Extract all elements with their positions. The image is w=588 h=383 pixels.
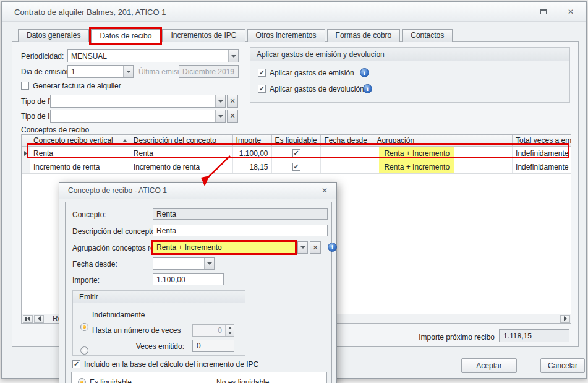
- dia-emision-combo[interactable]: 1: [67, 65, 134, 78]
- no-es-liquidable-label: No es liquidable: [216, 378, 269, 383]
- clear-x-icon: ✕: [229, 97, 235, 105]
- tipo-irpf-combo[interactable]: [50, 110, 226, 123]
- hasta-numero-spinner[interactable]: 0: [192, 324, 234, 337]
- modal-importe-value: 1.100,00: [156, 275, 185, 284]
- close-window-button[interactable]: ✕: [565, 7, 576, 16]
- tab-incrementos-de-ipc[interactable]: Incrementos de IPC: [162, 29, 245, 42]
- column-header-agrupacion[interactable]: Agrupación: [373, 135, 513, 146]
- cell-total-veces[interactable]: Indefinidamente: [513, 160, 571, 173]
- cell-importe[interactable]: 1.100,00: [233, 147, 272, 160]
- dia-emision-dropdown-button[interactable]: [123, 66, 133, 77]
- column-header-fecha-desde[interactable]: Fecha desde: [321, 135, 373, 146]
- es-liquidable-radio[interactable]: [78, 378, 86, 383]
- restore-window-button[interactable]: [538, 7, 549, 16]
- cell-concepto[interactable]: Renta: [30, 147, 130, 160]
- devolucion-info-icon[interactable]: i: [363, 84, 372, 93]
- concepto-value: Renta: [156, 210, 176, 218]
- cancelar-button[interactable]: Cancelar: [540, 358, 585, 373]
- tipo-iva-combo[interactable]: [50, 95, 226, 108]
- screen: Contrato de alquiler Balmes, 201, ATICO …: [0, 0, 588, 383]
- cell-descripcion[interactable]: Renta: [130, 147, 233, 160]
- cell-total-veces[interactable]: Indefinidamente: [513, 147, 571, 160]
- agrupacion-info-icon[interactable]: i: [328, 243, 337, 252]
- aplicar-gastos-emision-label: Aplicar gastos de emisión: [270, 69, 354, 77]
- cell-fecha-desde[interactable]: [321, 147, 373, 160]
- importe-proximo-value: 1.118,15: [503, 332, 532, 340]
- emision-info-icon[interactable]: i: [360, 68, 369, 77]
- concepto-label: Concepto:: [72, 210, 106, 219]
- modal-importe-label: Importe:: [72, 276, 100, 285]
- descripcion-field[interactable]: Renta: [153, 225, 328, 236]
- indefinidamente-label: Indefinidamente: [92, 311, 145, 319]
- generar-factura-checkbox[interactable]: [21, 82, 29, 90]
- table-row-renta[interactable]: Renta Renta 1.100,00 Renta + Incremento …: [22, 147, 571, 160]
- modal-body: Concepto: Renta Descripción del concepto…: [65, 202, 332, 383]
- tab-datos-de-recibo[interactable]: Datos de recibo: [91, 29, 160, 43]
- cell-es-liquidable[interactable]: [272, 160, 322, 173]
- modal-fecha-desde-label: Fecha desde:: [72, 260, 117, 269]
- column-header-es-liquidable[interactable]: Es liquidable: [272, 135, 322, 146]
- agrupacion-clear-button[interactable]: ✕: [310, 241, 321, 254]
- periodicidad-label: Periodicidad:: [21, 52, 64, 61]
- hasta-numero-label: Hasta un número de veces: [92, 326, 181, 335]
- row-indicator-cell: [22, 160, 30, 173]
- cell-agrupacion[interactable]: Renta + Incremento: [373, 147, 513, 160]
- clear-x-icon: ✕: [229, 112, 235, 120]
- agrupacion-dropdown-button[interactable]: [297, 241, 308, 254]
- modal-fecha-desde-combo[interactable]: [153, 257, 215, 270]
- tab-formas-de-cobro[interactable]: Formas de cobro: [327, 29, 401, 42]
- aceptar-button[interactable]: Aceptar: [461, 358, 517, 373]
- modal-importe-field[interactable]: 1.100,00: [153, 273, 224, 285]
- chevron-down-icon: [231, 55, 236, 58]
- tab-contactos[interactable]: Contactos: [402, 29, 453, 42]
- tipo-iva-dropdown-button[interactable]: [215, 95, 225, 107]
- aplicar-gastos-emision-checkbox[interactable]: [258, 69, 266, 77]
- descripcion-label: Descripción del concepto:: [72, 227, 157, 236]
- fecha-desde-dropdown-button[interactable]: [204, 258, 214, 269]
- main-titlebar[interactable]: Contrato de alquiler Balmes, 201, ATICO …: [2, 2, 586, 22]
- cell-concepto[interactable]: Incremento de renta: [30, 160, 130, 173]
- cell-importe[interactable]: 18,15: [233, 160, 272, 173]
- prev-icon: [27, 316, 30, 321]
- tab-otros-incrementos[interactable]: Otros incrementos: [247, 29, 325, 42]
- spin-down-icon: [228, 332, 232, 334]
- tipo-iva-clear-button[interactable]: ✕: [227, 95, 238, 108]
- table-row-incremento[interactable]: Incremento de renta Incremento de renta …: [22, 160, 571, 174]
- column-header-importe[interactable]: Importe: [233, 135, 272, 146]
- agrupacion-combo[interactable]: Renta + Incremento: [151, 240, 297, 255]
- cell-es-liquidable[interactable]: [272, 147, 322, 160]
- chevron-down-icon: [300, 246, 305, 249]
- hasta-numero-radio[interactable]: [80, 346, 88, 355]
- indefinidamente-radio[interactable]: [80, 323, 88, 331]
- spinner-buttons[interactable]: [225, 325, 234, 336]
- modal-titlebar[interactable]: Concepto de recibo - ATICO 1 ✕: [59, 183, 336, 199]
- tipo-irpf-clear-button[interactable]: ✕: [227, 110, 238, 123]
- periodicidad-dropdown-button[interactable]: [228, 50, 238, 62]
- column-header-total-veces[interactable]: Total veces a emiti: [513, 135, 571, 146]
- ultima-emision-value: Diciembre 2019: [182, 67, 234, 76]
- sort-ascending-icon: [123, 139, 127, 142]
- modal-title: Concepto de recibo - ATICO 1: [68, 186, 322, 195]
- veces-emitido-value: 0: [197, 342, 201, 350]
- tipo-irpf-dropdown-button[interactable]: [215, 110, 225, 122]
- liquidable-panel: Es liquidable No es liquidable: [71, 372, 327, 383]
- cell-descripcion[interactable]: Incremento de renta: [130, 160, 233, 173]
- scroll-right-button[interactable]: [560, 315, 570, 323]
- column-header-descripcion[interactable]: Descripción del concepto: [130, 135, 233, 146]
- concepto-field: Renta: [153, 208, 328, 220]
- chevron-down-icon: [218, 115, 223, 118]
- prev-record-button[interactable]: [34, 315, 44, 323]
- tab-datos-generales[interactable]: Datos generales: [18, 29, 89, 42]
- emitir-group: Emitir Indefinidamente Hasta un número d…: [72, 290, 245, 356]
- cell-fecha-desde[interactable]: [321, 160, 373, 173]
- chevron-down-icon: [126, 71, 131, 73]
- column-header-concepto[interactable]: Concepto recibo vertical: [30, 135, 130, 146]
- modal-close-button[interactable]: ✕: [322, 186, 328, 195]
- aplicar-gastos-devolucion-checkbox[interactable]: [258, 85, 266, 93]
- next-icon: [564, 316, 567, 321]
- incluido-ipc-checkbox[interactable]: [72, 360, 80, 368]
- prev-icon: [38, 316, 41, 321]
- first-record-button[interactable]: [23, 315, 33, 323]
- periodicidad-combo[interactable]: MENSUAL: [67, 49, 239, 62]
- cell-agrupacion[interactable]: Renta + Incremento: [373, 160, 513, 173]
